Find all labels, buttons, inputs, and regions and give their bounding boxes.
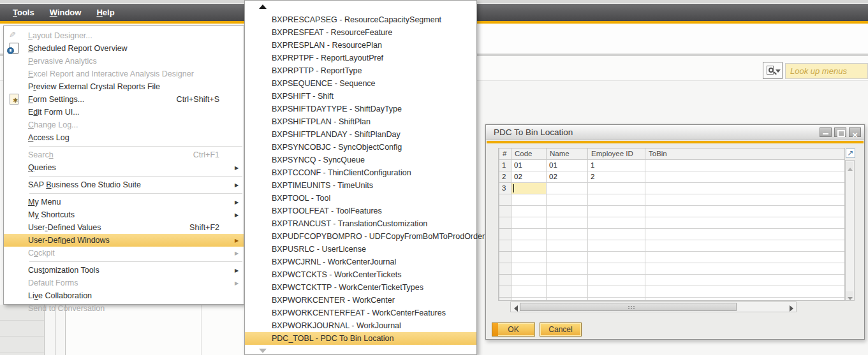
menu-item[interactable]: Queries▶ bbox=[4, 161, 244, 174]
table-cell[interactable] bbox=[511, 205, 547, 217]
table-cell[interactable] bbox=[645, 194, 846, 205]
submenu-item[interactable]: BXPWORKCENTER - WorkCenter bbox=[245, 294, 476, 307]
table-cell[interactable] bbox=[588, 228, 645, 240]
menu-search-button[interactable] bbox=[763, 62, 783, 79]
table-cell[interactable]: 02 bbox=[511, 171, 547, 182]
menu-item[interactable]: Preview External Crystal Reports File bbox=[4, 80, 244, 93]
table-cell[interactable] bbox=[547, 194, 588, 205]
table-cell[interactable] bbox=[645, 205, 846, 217]
table-cell[interactable] bbox=[547, 286, 588, 297]
submenu-item[interactable]: BXPRESCAPSEG - ResourceCapacitySegment bbox=[245, 13, 476, 26]
table-cell[interactable]: 1 bbox=[588, 159, 645, 171]
submenu-item[interactable]: BXPSHIFTDAYTYPE - ShiftDayType bbox=[245, 103, 476, 115]
submenu-item[interactable]: BXPRPTPF - ReportLayoutPref bbox=[245, 52, 476, 64]
submenu-item[interactable]: BXPSEQUENCE - Sequence bbox=[245, 77, 476, 90]
table-cell[interactable] bbox=[511, 297, 547, 301]
table-cell[interactable] bbox=[547, 228, 588, 240]
submenu-item[interactable]: BXPUDFCOPYBOMPRO - UDFCopyFromBoMToProdO… bbox=[245, 230, 476, 243]
table-cell[interactable] bbox=[645, 274, 846, 286]
submenu-item[interactable]: BXPWORKJOURNAL - WorkJournal bbox=[245, 319, 476, 332]
table-cell[interactable] bbox=[547, 182, 588, 194]
table-cell[interactable]: 02 bbox=[547, 171, 588, 182]
submenu-item[interactable]: BXPRESFEAT - ResourceFeature bbox=[245, 26, 476, 39]
table-cell[interactable] bbox=[588, 274, 645, 286]
ok-button[interactable]: OK bbox=[492, 322, 535, 337]
lookup-menus-input[interactable] bbox=[785, 63, 868, 79]
submenu-item[interactable]: BXPWORKCENTERFEAT - WorkCenterFeatures bbox=[245, 307, 476, 319]
menu-item[interactable]: User-Defined ValuesShift+F2 bbox=[4, 221, 244, 234]
menu-item[interactable]: My Shortcuts▶ bbox=[4, 208, 244, 221]
submenu-item[interactable]: BXPRESPLAN - ResourcePlan bbox=[245, 39, 476, 52]
submenu-item[interactable]: BXPRPTTP - ReportType bbox=[245, 64, 476, 77]
table-cell[interactable]: 2 bbox=[588, 171, 645, 182]
scroll-down-icon[interactable] bbox=[846, 291, 853, 299]
table-cell[interactable] bbox=[588, 194, 645, 205]
table-cell[interactable] bbox=[511, 251, 547, 263]
submenu-item[interactable]: BXPTOOLFEAT - ToolFeatures bbox=[245, 205, 476, 217]
table-cell[interactable] bbox=[588, 297, 645, 301]
menu-item[interactable]: Customization Tools▶ bbox=[4, 264, 244, 277]
table-cell[interactable] bbox=[645, 182, 846, 194]
submenu-item[interactable]: BXPTRANCUST - TranslationCustomization bbox=[245, 217, 476, 230]
submenu-item[interactable]: BXPWCTCKTS - WorkCenterTickets bbox=[245, 268, 476, 281]
table-cell[interactable] bbox=[588, 286, 645, 297]
horizontal-scrollbar[interactable] bbox=[510, 301, 797, 312]
table-cell[interactable] bbox=[511, 286, 547, 297]
submenu-scroll-down[interactable] bbox=[245, 345, 476, 355]
table-cell[interactable] bbox=[511, 274, 547, 286]
table-cell[interactable] bbox=[511, 217, 547, 228]
table-cell[interactable] bbox=[547, 240, 588, 251]
scroll-right-icon[interactable] bbox=[787, 303, 795, 311]
close-button[interactable] bbox=[849, 127, 861, 137]
menu-item[interactable]: Form Settings...Ctrl+Shift+S bbox=[4, 93, 244, 106]
table-cell[interactable] bbox=[511, 194, 547, 205]
table-cell[interactable] bbox=[511, 228, 547, 240]
menu-item[interactable]: User-Defined Windows▶ bbox=[4, 234, 244, 247]
menu-item[interactable]: Scheduled Report Overview bbox=[4, 42, 244, 55]
submenu-item[interactable]: BXPSHIFT - Shift bbox=[245, 90, 476, 103]
table-cell[interactable] bbox=[547, 263, 588, 274]
table-cell[interactable] bbox=[645, 286, 846, 297]
table-cell[interactable] bbox=[547, 274, 588, 286]
submenu-item[interactable]: BXPTOOL - Tool bbox=[245, 192, 476, 205]
submenu-item[interactable]: BXPUSRLC - UserLicense bbox=[245, 243, 476, 256]
submenu-item[interactable]: BXPSYNCOBJC - SyncObjectConfig bbox=[245, 141, 476, 154]
vertical-scrollbar[interactable] bbox=[845, 160, 855, 301]
table-cell[interactable] bbox=[547, 205, 588, 217]
column-header[interactable]: Employee ID bbox=[588, 149, 645, 159]
scrollbar-thumb[interactable] bbox=[520, 303, 737, 311]
cancel-button[interactable]: Cancel bbox=[540, 322, 582, 337]
menu-item[interactable]: Access Log bbox=[4, 131, 244, 144]
window-titlebar[interactable]: PDC To Bin Location bbox=[486, 125, 864, 140]
submenu-item[interactable]: BXPTIMEUNITS - TimeUnits bbox=[245, 179, 476, 192]
table-cell[interactable] bbox=[645, 263, 846, 274]
menubar-item-window[interactable]: Window bbox=[42, 4, 89, 21]
maximize-button[interactable] bbox=[834, 127, 846, 137]
menubar-item-tools[interactable]: Tools bbox=[5, 4, 42, 21]
table-cell[interactable] bbox=[645, 217, 846, 228]
table-cell[interactable] bbox=[588, 217, 645, 228]
table-cell[interactable] bbox=[645, 159, 846, 171]
table-cell[interactable] bbox=[511, 240, 547, 251]
table-cell[interactable]: 01 bbox=[547, 159, 588, 171]
submenu-item[interactable]: BXPSYNCQ - SyncQueue bbox=[245, 154, 476, 166]
scroll-left-icon[interactable] bbox=[511, 303, 520, 311]
table-cell[interactable] bbox=[547, 217, 588, 228]
submenu-item[interactable]: BXPWCJRNL - WorkCenterJournal bbox=[245, 256, 476, 268]
table-cell[interactable] bbox=[645, 171, 846, 182]
column-header[interactable]: # bbox=[499, 149, 511, 159]
menu-item[interactable]: SAP Business One Studio Suite▶ bbox=[4, 178, 244, 191]
table-cell[interactable] bbox=[645, 240, 846, 251]
table-cell[interactable] bbox=[511, 182, 547, 194]
submenu-item[interactable]: BXPWCTCKTTP - WorkCenterTicketTypes bbox=[245, 281, 476, 294]
table-cell[interactable] bbox=[588, 263, 645, 274]
submenu-item[interactable]: BXPSHIFTPLANDAY - ShiftPlanDay bbox=[245, 128, 476, 141]
table-cell[interactable] bbox=[645, 297, 846, 301]
table-cell[interactable] bbox=[645, 228, 846, 240]
submenu-scroll-up[interactable] bbox=[245, 1, 476, 13]
table-cell[interactable] bbox=[511, 263, 547, 274]
table-cell[interactable] bbox=[547, 251, 588, 263]
submenu-item[interactable]: PDC_TOBL - PDC To Bin Location bbox=[245, 332, 476, 345]
table-cell[interactable] bbox=[645, 251, 846, 263]
submenu-item[interactable]: BXPTCCONF - ThinClientConfiguration bbox=[245, 166, 476, 179]
